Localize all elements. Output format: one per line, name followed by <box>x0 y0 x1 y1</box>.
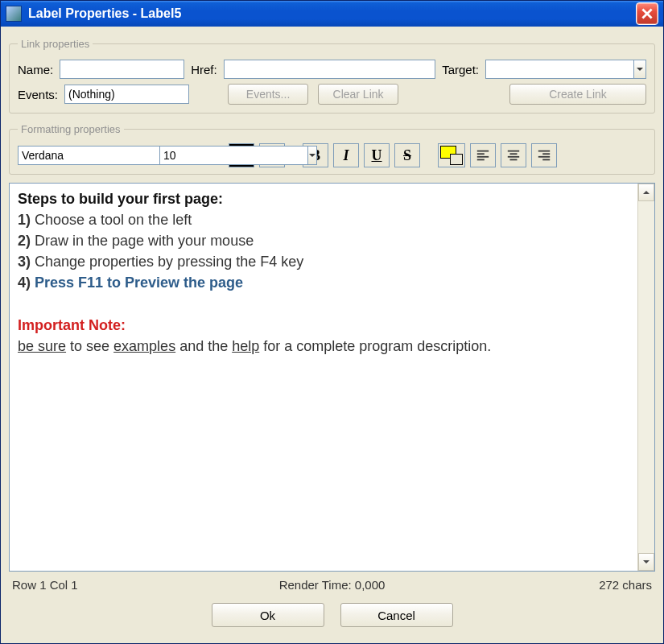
link-properties-legend: Link properties <box>18 38 93 50</box>
target-input[interactable] <box>485 60 633 79</box>
align-right-button[interactable] <box>531 143 557 167</box>
events-input[interactable] <box>64 85 189 104</box>
align-right-icon <box>537 148 551 163</box>
align-center-button[interactable] <box>501 143 526 167</box>
cancel-button[interactable]: Cancel <box>340 603 453 627</box>
formatting-properties-legend: Formatting properties <box>18 123 124 135</box>
create-link-button[interactable]: Create Link <box>509 84 646 105</box>
clear-link-button[interactable]: Clear Link <box>318 84 398 105</box>
formatting-properties-group: Formatting properties T B <box>9 123 655 175</box>
scroll-track[interactable] <box>638 201 654 553</box>
status-char-count: 272 chars <box>439 578 652 592</box>
dialog-window: Label Properties - Label5 Link propertie… <box>0 0 664 644</box>
window-title: Label Properties - Label5 <box>28 6 636 21</box>
step1-text: Choose a tool on the left <box>31 212 192 228</box>
formatting-toolbar: T B I U S <box>18 143 646 167</box>
scroll-up-button[interactable] <box>638 184 654 201</box>
font-size-input[interactable] <box>159 146 307 165</box>
status-bar: Row 1 Col 1 Render Time: 0,000 272 chars <box>7 575 657 595</box>
align-center-icon <box>506 148 521 163</box>
editor-heading: Steps to build your first page: <box>18 191 223 207</box>
align-left-button[interactable] <box>470 143 496 167</box>
link-row-2: Events: Events... Clear Link Create Link <box>18 84 646 105</box>
close-button[interactable] <box>636 2 658 25</box>
background-color-swatch[interactable] <box>438 143 465 167</box>
target-label: Target: <box>442 63 479 76</box>
step3-number: 3) <box>18 254 31 270</box>
titlebar[interactable]: Label Properties - Label5 <box>1 1 663 27</box>
font-family-combo[interactable] <box>18 146 155 165</box>
rich-text-editor[interactable]: Steps to build your first page: 1) Choos… <box>10 184 637 571</box>
important-note-label: Important Note: <box>18 317 126 333</box>
step2-number: 2) <box>18 233 31 249</box>
tail-underline-5: help <box>232 338 259 354</box>
tail-6: for a complete program description. <box>259 338 491 354</box>
italic-button[interactable]: I <box>333 143 359 167</box>
chevron-down-icon <box>308 151 316 159</box>
step3-text: Change properties by pressing the F4 key <box>31 254 303 270</box>
tail-2: to see <box>66 338 113 354</box>
step1-number: 1) <box>18 212 31 228</box>
status-cursor-pos: Row 1 Col 1 <box>12 578 225 592</box>
tail-underline-1: be sure <box>18 338 66 354</box>
page-color-icon <box>450 154 463 165</box>
chevron-down-icon <box>642 558 650 566</box>
chevron-down-icon <box>636 65 644 73</box>
step4-number: 4) <box>18 275 35 291</box>
chevron-up-icon <box>642 188 650 196</box>
events-button[interactable]: Events... <box>228 84 308 105</box>
target-dropdown-button[interactable] <box>633 60 646 79</box>
step2-text: Draw in the page with your mouse <box>31 233 254 249</box>
link-row-1: Name: Href: Target: <box>18 60 646 79</box>
font-size-dropdown-button[interactable] <box>307 146 317 165</box>
tail-underline-3: examples <box>113 338 175 354</box>
dialog-buttons: Ok Cancel <box>7 595 657 637</box>
events-label: Events: <box>18 88 58 101</box>
status-render-time: Render Time: 0,000 <box>225 578 439 592</box>
tail-4: and the <box>175 338 232 354</box>
app-icon <box>6 6 22 22</box>
editor-container: Steps to build your first page: 1) Choos… <box>9 183 655 572</box>
ok-button[interactable]: Ok <box>212 603 324 627</box>
href-input[interactable] <box>224 60 435 79</box>
align-left-icon <box>476 148 490 163</box>
href-label: Href: <box>191 63 217 76</box>
strikethrough-button[interactable]: S <box>394 143 420 167</box>
font-family-input[interactable] <box>18 146 166 165</box>
name-label: Name: <box>18 63 53 76</box>
step4-text: Press F11 to Preview the page <box>35 275 243 291</box>
underline-button[interactable]: U <box>364 143 390 167</box>
link-properties-group: Link properties Name: Href: Target: Even… <box>9 38 655 114</box>
font-size-combo[interactable] <box>159 146 224 165</box>
name-input[interactable] <box>60 60 184 79</box>
editor-scrollbar[interactable] <box>637 184 654 571</box>
dialog-content: Link properties Name: Href: Target: Even… <box>1 27 663 643</box>
close-icon <box>641 8 653 19</box>
scroll-down-button[interactable] <box>638 553 654 571</box>
target-combo[interactable] <box>485 60 646 79</box>
